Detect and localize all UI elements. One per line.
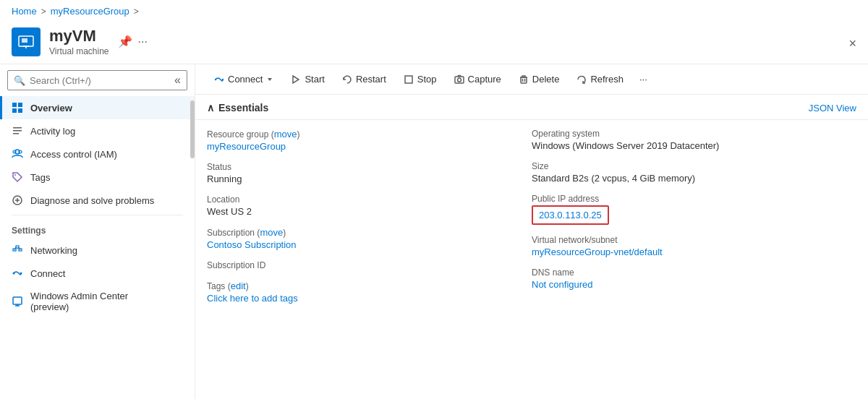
essentials-public-ip: Public IP address 203.0.113.0.25 [532, 194, 842, 225]
search-container: 🔍 « [7, 70, 187, 90]
sidebar-item-activity-log[interactable]: Activity log [0, 119, 195, 142]
subscription-move-link[interactable]: move [260, 227, 283, 238]
essentials-subscription: Subscription (move) Contoso Subscription [207, 227, 517, 250]
public-ip-link[interactable]: 203.0.113.0.25 [539, 210, 602, 220]
admin-icon [12, 296, 23, 307]
toolbar: Connect Start Restart Stop Capture [195, 64, 868, 95]
essentials-chevron[interactable]: ∧ [207, 102, 214, 113]
page-title: myVM [49, 27, 109, 46]
scrollbar[interactable] [190, 100, 195, 158]
essentials-resource-group: Resource group (move) myResourceGroup [207, 129, 517, 152]
location-value: West US 2 [207, 206, 517, 217]
more-options-icon[interactable]: ··· [138, 35, 148, 48]
close-button[interactable]: × [848, 35, 856, 51]
sidebar-item-windows-admin[interactable]: Windows Admin Center (preview) [0, 285, 195, 318]
os-value: Windows (Windows Server 2019 Datacenter) [532, 140, 842, 151]
sidebar-item-iam-label: Access control (IAM) [30, 149, 117, 160]
tags-add-link[interactable]: Click here to add tags [207, 293, 298, 304]
svg-point-14 [14, 174, 16, 176]
iam-icon [12, 148, 23, 160]
svg-marker-31 [293, 76, 299, 83]
collapse-icon[interactable]: « [174, 74, 181, 87]
vnet-link[interactable]: myResourceGroup-vnet/default [532, 247, 663, 257]
networking-icon [12, 244, 23, 256]
breadcrumb-resource-group[interactable]: myResourceGroup [51, 6, 129, 17]
essentials-os: Operating system Windows (Windows Server… [532, 129, 842, 151]
more-button[interactable]: ··· [634, 70, 653, 88]
sidebar-item-windows-admin-label: Windows Admin Center (preview) [30, 291, 128, 312]
svg-point-25 [20, 273, 22, 275]
breadcrumb-home[interactable]: Home [12, 6, 37, 17]
header-actions: 📌 ··· [118, 35, 148, 48]
svg-rect-20 [16, 246, 19, 248]
essentials-tags: Tags (edit) Click here to add tags [207, 280, 517, 304]
essentials-vnet: Virtual network/subnet myResourceGroup-v… [532, 235, 842, 257]
search-icon: 🔍 [14, 75, 25, 86]
sidebar-item-diagnose-label: Diagnose and solve problems [30, 195, 154, 206]
public-ip-box: 203.0.113.0.25 [532, 205, 609, 225]
start-button[interactable]: Start [284, 70, 331, 88]
sidebar-item-tags[interactable]: Tags [0, 166, 195, 189]
page-subtitle: Virtual machine [49, 46, 109, 56]
sidebar-item-connect[interactable]: Connect [0, 262, 195, 285]
essentials-title: ∧ Essentials [207, 102, 268, 113]
vm-icon [12, 27, 41, 56]
refresh-button[interactable]: Refresh [569, 70, 631, 88]
essentials-right-col: Operating system Windows (Windows Server… [532, 129, 856, 314]
svg-rect-6 [12, 108, 17, 113]
resource-group-link[interactable]: myResourceGroup [207, 141, 286, 152]
subscription-link[interactable]: Contoso Subscription [207, 239, 297, 250]
svg-point-30 [222, 78, 224, 80]
sidebar-item-overview-label: Overview [30, 103, 72, 113]
essentials-header: ∧ Essentials JSON View [195, 95, 868, 120]
dns-link[interactable]: Not configured [532, 279, 593, 290]
svg-rect-8 [13, 127, 22, 129]
svg-point-34 [457, 78, 461, 82]
essentials-grid: Resource group (move) myResourceGroup St… [195, 120, 868, 322]
svg-rect-7 [18, 108, 22, 113]
sidebar-item-diagnose[interactable]: Diagnose and solve problems [0, 189, 195, 212]
header-text: myVM Virtual machine [49, 27, 109, 56]
breadcrumb-sep1: > [41, 7, 46, 17]
essentials-left-col: Resource group (move) myResourceGroup St… [207, 129, 532, 314]
sidebar-item-activity-log-label: Activity log [30, 126, 75, 137]
json-view-link[interactable]: JSON View [809, 103, 856, 113]
delete-button[interactable]: Delete [511, 70, 567, 88]
sidebar-item-networking-label: Networking [30, 245, 77, 256]
capture-button[interactable]: Capture [447, 70, 509, 88]
svg-point-24 [13, 273, 15, 275]
pin-icon[interactable]: 📌 [118, 35, 132, 48]
sidebar-item-networking[interactable]: Networking [0, 239, 195, 262]
main-layout: 🔍 « Overview Activity log Access control… [0, 64, 868, 399]
size-value: Standard B2s (2 vcpus, 4 GiB memory) [532, 173, 842, 184]
essentials-size: Size Standard B2s (2 vcpus, 4 GiB memory… [532, 161, 842, 184]
svg-rect-10 [13, 133, 19, 134]
resource-group-move-link[interactable]: move [274, 129, 297, 140]
svg-rect-9 [13, 130, 22, 132]
more-icon: ··· [639, 74, 647, 85]
overview-icon [12, 102, 23, 113]
sidebar-item-overview[interactable]: Overview [0, 96, 195, 119]
breadcrumb: Home > myResourceGroup > [0, 0, 868, 22]
activity-log-icon [12, 125, 23, 137]
sidebar-item-connect-label: Connect [30, 268, 65, 279]
search-input[interactable] [30, 75, 171, 86]
connect-button[interactable]: Connect [207, 70, 281, 88]
tags-edit-link[interactable]: edit [231, 280, 246, 291]
restart-button[interactable]: Restart [335, 70, 393, 88]
diagnose-icon [12, 194, 23, 206]
connect-icon [12, 267, 23, 279]
essentials-dns: DNS name Not configured [532, 267, 842, 290]
svg-point-29 [215, 78, 216, 80]
sidebar-divider [12, 215, 183, 215]
essentials-location: Location West US 2 [207, 194, 517, 217]
stop-button[interactable]: Stop [396, 70, 444, 88]
settings-section-title: Settings [0, 218, 195, 239]
sidebar-item-iam[interactable]: Access control (IAM) [0, 142, 195, 166]
tags-icon [12, 171, 23, 183]
svg-rect-35 [521, 77, 527, 83]
sidebar-item-tags-label: Tags [30, 172, 50, 183]
svg-rect-4 [12, 103, 17, 107]
svg-rect-5 [18, 103, 22, 107]
sidebar: 🔍 « Overview Activity log Access control… [0, 64, 195, 399]
